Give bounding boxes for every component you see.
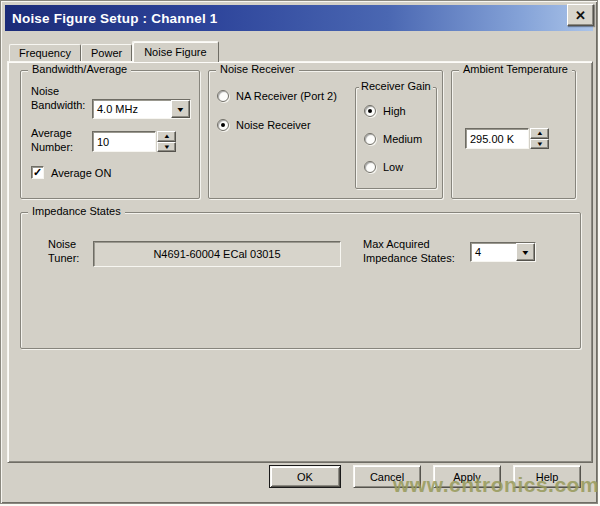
- group-bandwidth-average: Bandwidth/Average Noise Bandwidth: 4.0 M…: [20, 70, 200, 199]
- radio-na-receiver[interactable]: NA Receiver (Port 2): [217, 90, 337, 102]
- radio-noise-receiver-label: Noise Receiver: [236, 119, 311, 131]
- apply-button[interactable]: Apply: [433, 465, 501, 488]
- average-number-spinner: ▲ ▼: [157, 131, 176, 152]
- group-receiver-gain: Receiver Gain High Medium Low: [355, 87, 437, 189]
- radio-noise-receiver[interactable]: Noise Receiver: [217, 119, 311, 131]
- ambient-temperature-spinner: ▲ ▼: [530, 128, 549, 149]
- cancel-button[interactable]: Cancel: [353, 465, 421, 488]
- close-button[interactable]: ✕: [567, 4, 594, 26]
- average-on-checkbox-row[interactable]: ✓ Average ON: [31, 166, 111, 179]
- average-on-checkbox[interactable]: ✓: [31, 166, 44, 179]
- chevron-down-icon: ▼: [176, 106, 186, 113]
- noise-tuner-label: Noise Tuner:: [48, 237, 79, 265]
- checkmark-icon: ✓: [33, 166, 42, 179]
- noise-bandwidth-dropdown[interactable]: 4.0 MHz ▼: [92, 99, 191, 119]
- radio-gain-low[interactable]: Low: [364, 161, 403, 173]
- group-noise-receiver-title: Noise Receiver: [216, 63, 299, 75]
- max-impedance-states-label: Max Acquired Impedance States:: [363, 237, 455, 265]
- radio-icon[interactable]: [364, 161, 376, 173]
- group-ambient-temperature: Ambient Temperature 295.00 K ▲ ▼: [451, 70, 576, 199]
- radio-gain-high-label: High: [383, 105, 406, 117]
- group-receiver-gain-title: Receiver Gain: [359, 80, 433, 92]
- tab-page: Bandwidth/Average Noise Bandwidth: 4.0 M…: [7, 61, 593, 463]
- tab-power[interactable]: Power: [81, 44, 132, 61]
- radio-gain-high[interactable]: High: [364, 105, 406, 117]
- group-impedance-states: Impedance States Noise Tuner: N4691-6000…: [20, 212, 581, 349]
- spin-up-button[interactable]: ▲: [530, 128, 549, 139]
- average-on-label: Average ON: [51, 167, 111, 179]
- group-noise-receiver: Noise Receiver NA Receiver (Port 2) Nois…: [208, 70, 443, 199]
- noise-bandwidth-label: Noise Bandwidth:: [31, 84, 85, 112]
- spin-down-icon: ▼: [163, 144, 171, 150]
- title-bar[interactable]: Noise Figure Setup : Channel 1: [5, 5, 593, 31]
- spin-up-button[interactable]: ▲: [157, 131, 176, 142]
- average-number-input[interactable]: 10: [92, 131, 156, 152]
- close-icon: ✕: [575, 8, 586, 23]
- group-impedance-states-title: Impedance States: [28, 205, 125, 217]
- noise-tuner-value: N4691-60004 ECal 03015: [153, 248, 280, 260]
- max-impedance-states-dropdown[interactable]: 4 ▼: [470, 242, 536, 262]
- spin-down-icon: ▼: [536, 141, 544, 147]
- spin-up-icon: ▲: [163, 133, 171, 139]
- radio-na-receiver-label: NA Receiver (Port 2): [236, 90, 337, 102]
- radio-gain-low-label: Low: [383, 161, 403, 173]
- dialog-window: Noise Figure Setup : Channel 1 ✕ Frequen…: [0, 0, 598, 504]
- average-number-label: Average Number:: [31, 126, 73, 154]
- ok-button[interactable]: OK: [269, 465, 341, 488]
- group-bandwidth-average-title: Bandwidth/Average: [28, 63, 131, 75]
- radio-gain-medium[interactable]: Medium: [364, 133, 422, 145]
- average-number-value: 10: [97, 136, 109, 148]
- tab-frequency[interactable]: Frequency: [9, 44, 81, 61]
- help-button[interactable]: Help: [513, 465, 581, 488]
- ambient-temperature-input[interactable]: 295.00 K: [465, 128, 529, 149]
- cancel-button-label: Cancel: [370, 471, 404, 483]
- noise-bandwidth-dropdown-button[interactable]: ▼: [171, 100, 190, 118]
- max-impedance-states-value: 4: [471, 243, 516, 261]
- tab-frequency-label: Frequency: [19, 47, 71, 59]
- spin-down-button[interactable]: ▼: [530, 139, 549, 150]
- help-button-label: Help: [536, 471, 559, 483]
- max-impedance-states-dropdown-button[interactable]: ▼: [516, 243, 535, 261]
- radio-icon[interactable]: [364, 133, 376, 145]
- tab-power-label: Power: [91, 47, 122, 59]
- spin-down-button[interactable]: ▼: [157, 142, 176, 153]
- tab-noise-figure-label: Noise Figure: [144, 46, 206, 58]
- noise-bandwidth-value: 4.0 MHz: [93, 100, 171, 118]
- spin-up-icon: ▲: [536, 130, 544, 136]
- radio-icon[interactable]: [364, 105, 376, 117]
- radio-gain-medium-label: Medium: [383, 133, 422, 145]
- radio-icon[interactable]: [217, 90, 229, 102]
- group-ambient-temperature-title: Ambient Temperature: [459, 63, 572, 75]
- radio-icon[interactable]: [217, 119, 229, 131]
- noise-tuner-field: N4691-60004 ECal 03015: [93, 241, 341, 267]
- ambient-temperature-value: 295.00 K: [470, 133, 514, 145]
- apply-button-label: Apply: [453, 471, 481, 483]
- chevron-down-icon: ▼: [521, 249, 531, 256]
- window-title: Noise Figure Setup : Channel 1: [12, 11, 218, 26]
- tab-noise-figure[interactable]: Noise Figure: [132, 41, 218, 62]
- tab-strip: Frequency Power Noise Figure: [9, 41, 219, 62]
- ok-button-label: OK: [297, 471, 313, 483]
